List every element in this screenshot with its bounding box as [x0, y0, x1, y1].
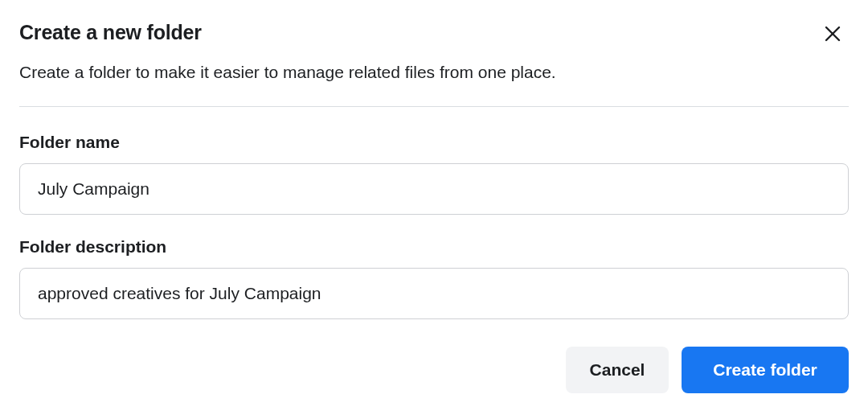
create-folder-button[interactable]: Create folder	[682, 347, 849, 393]
close-button[interactable]	[821, 23, 844, 45]
folder-description-group: Folder description	[19, 237, 849, 319]
dialog-title: Create a new folder	[19, 21, 202, 44]
folder-description-label: Folder description	[19, 237, 849, 257]
dialog-actions: Cancel Create folder	[19, 347, 849, 393]
close-icon	[823, 24, 842, 43]
folder-name-label: Folder name	[19, 133, 849, 152]
dialog-header: Create a new folder	[19, 21, 849, 45]
divider	[19, 106, 849, 107]
folder-name-group: Folder name	[19, 133, 849, 215]
folder-description-input[interactable]	[19, 268, 849, 319]
dialog-subtitle: Create a folder to make it easier to man…	[19, 63, 849, 82]
folder-name-input[interactable]	[19, 163, 849, 215]
cancel-button[interactable]: Cancel	[566, 347, 669, 393]
